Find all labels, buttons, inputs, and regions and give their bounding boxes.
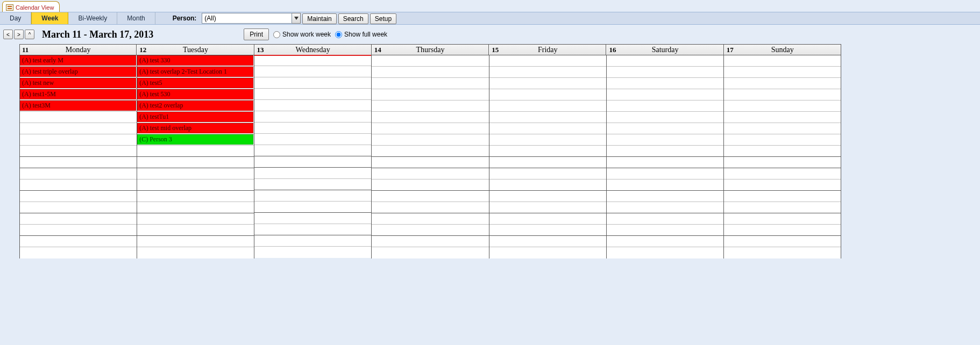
time-slot[interactable] (372, 236, 488, 247)
time-slot[interactable] (372, 157, 488, 168)
time-slot[interactable] (372, 247, 488, 258)
calendar-event[interactable]: (A) test overlap 2-Test Location 1 (137, 67, 253, 77)
time-slot[interactable] (489, 67, 606, 78)
day-header[interactable]: 12Tuesday (137, 45, 254, 55)
time-slot[interactable]: (A) test triple overlap (20, 67, 137, 78)
view-tab-month[interactable]: Month (117, 12, 155, 24)
time-slot[interactable] (724, 202, 841, 213)
time-slot[interactable] (489, 112, 606, 123)
time-slot[interactable] (254, 213, 371, 224)
time-slot[interactable] (20, 236, 137, 247)
time-slot[interactable] (372, 179, 488, 191)
time-slot[interactable] (254, 247, 371, 258)
time-slot[interactable] (607, 112, 723, 123)
time-slot[interactable] (489, 134, 606, 146)
time-slot[interactable] (137, 247, 254, 258)
time-slot[interactable] (489, 236, 606, 247)
time-slot[interactable] (607, 236, 723, 247)
time-slot[interactable] (20, 146, 137, 157)
time-slot[interactable] (254, 156, 371, 168)
time-slot[interactable] (724, 213, 841, 225)
time-slot[interactable] (137, 202, 254, 213)
person-combo[interactable] (202, 12, 301, 24)
time-slot[interactable] (607, 213, 723, 225)
time-slot[interactable] (489, 157, 606, 168)
time-slot[interactable] (372, 78, 488, 89)
time-slot[interactable] (607, 123, 723, 134)
time-slot[interactable] (254, 202, 371, 213)
time-slot[interactable] (724, 247, 841, 258)
time-slot[interactable] (724, 157, 841, 168)
day-header[interactable]: 16Saturday (606, 45, 723, 55)
time-slot[interactable] (137, 225, 254, 236)
time-slot[interactable] (489, 168, 606, 179)
time-slot[interactable] (254, 235, 371, 247)
calendar-event[interactable]: (A) test 530 (137, 89, 253, 99)
time-slot[interactable]: (A) test1-5M (20, 89, 137, 100)
time-slot[interactable] (20, 202, 137, 213)
time-slot[interactable] (607, 100, 723, 112)
calendar-event[interactable]: (A) test 330 (137, 55, 253, 66)
time-slot[interactable] (724, 179, 841, 191)
time-slot[interactable] (137, 179, 254, 191)
time-slot[interactable] (254, 66, 371, 77)
time-slot[interactable] (724, 236, 841, 247)
time-slot[interactable] (137, 168, 254, 179)
time-slot[interactable] (724, 112, 841, 123)
time-slot[interactable] (724, 168, 841, 179)
time-slot[interactable] (724, 134, 841, 146)
time-slot[interactable] (489, 100, 606, 112)
time-slot[interactable] (20, 213, 137, 225)
time-slot[interactable] (372, 100, 488, 112)
calendar-event[interactable]: (A) test triple overlap (20, 67, 136, 77)
time-slot[interactable] (20, 134, 137, 146)
time-slot[interactable]: (A) test new (20, 78, 137, 89)
calendar-event[interactable]: (C) Person 3 (137, 134, 253, 145)
time-slot[interactable] (372, 55, 488, 67)
calendar-event[interactable]: (A) test5 (137, 78, 253, 88)
time-slot[interactable] (20, 247, 137, 258)
time-slot[interactable] (372, 213, 488, 225)
time-slot[interactable] (489, 123, 606, 134)
time-slot[interactable] (254, 77, 371, 89)
time-slot[interactable]: (A) test early M (20, 55, 137, 67)
time-slot[interactable] (724, 123, 841, 134)
time-slot[interactable] (607, 225, 723, 236)
time-slot[interactable] (489, 247, 606, 258)
show-full-week-label[interactable]: Show full week (344, 31, 387, 38)
time-slot[interactable] (607, 157, 723, 168)
time-slot[interactable] (607, 134, 723, 146)
time-slot[interactable] (372, 134, 488, 146)
print-button[interactable]: Print (244, 28, 269, 40)
time-slot[interactable] (372, 146, 488, 157)
time-slot[interactable] (20, 191, 137, 202)
calendar-event[interactable]: (A) test early M (20, 55, 136, 66)
time-slot[interactable]: (A) test 530 (137, 89, 254, 100)
time-slot[interactable] (724, 191, 841, 202)
form-tab-calendar-view[interactable]: Calendar View (2, 1, 60, 12)
show-full-week-radio[interactable] (335, 31, 342, 38)
time-slot[interactable] (254, 168, 371, 179)
time-slot[interactable] (607, 78, 723, 89)
time-slot[interactable] (372, 112, 488, 123)
time-slot[interactable] (372, 225, 488, 236)
time-slot[interactable] (724, 146, 841, 157)
setup-button[interactable]: Setup (370, 13, 396, 24)
view-tab-day[interactable]: Day (0, 12, 31, 24)
next-week-button[interactable]: > (14, 30, 24, 39)
time-slot[interactable]: (A) testTu1 (137, 112, 254, 123)
time-slot[interactable] (489, 191, 606, 202)
time-slot[interactable] (20, 168, 137, 179)
time-slot[interactable] (372, 191, 488, 202)
time-slot[interactable]: (A) test 330 (137, 55, 254, 67)
time-slot[interactable] (20, 179, 137, 191)
time-slot[interactable] (137, 191, 254, 202)
time-slot[interactable] (20, 112, 137, 123)
time-slot[interactable] (372, 123, 488, 134)
person-input[interactable] (202, 13, 292, 24)
time-slot[interactable] (137, 213, 254, 225)
view-tab-week[interactable]: Week (31, 12, 68, 24)
time-slot[interactable] (489, 225, 606, 236)
time-slot[interactable] (724, 67, 841, 78)
time-slot[interactable]: (A) test mid overlap (137, 123, 254, 134)
